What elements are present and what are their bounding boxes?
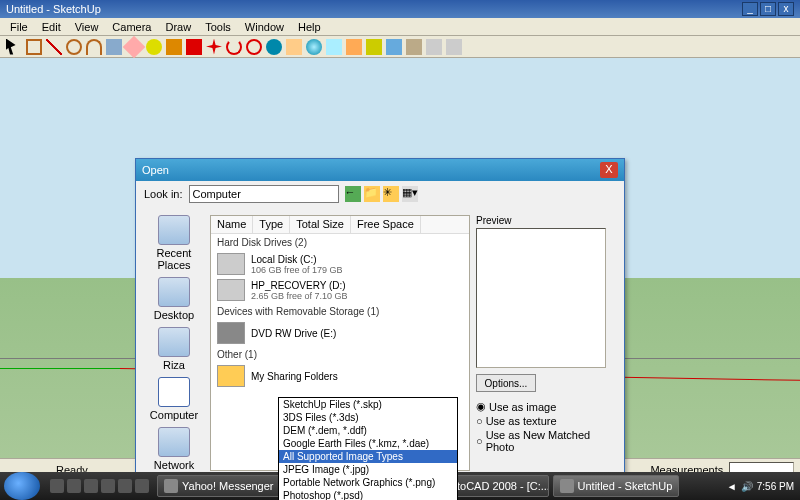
tray-icon[interactable]: ◄ [727,481,737,492]
group-hdd: Hard Disk Drives (2) [211,234,469,251]
place-computer[interactable]: Computer [150,377,198,421]
app-icon [560,479,574,493]
ql-icon[interactable] [50,479,64,493]
line-tool-icon[interactable] [46,39,62,55]
filetype-option-selected[interactable]: All Supported Image Types [279,450,457,463]
hdd-icon [217,279,245,301]
filetype-option[interactable]: JPEG Image (*.jpg) [279,463,457,476]
menu-edit[interactable]: Edit [36,20,67,33]
tool-icon[interactable] [386,39,402,55]
dialog-title: Open [142,164,169,176]
group-other: Other (1) [211,346,469,363]
drive-c[interactable]: Local Disk (C:)106 GB free of 179 GB [211,251,469,277]
select-tool-icon[interactable] [6,39,22,55]
filetype-option[interactable]: 3DS Files (*.3ds) [279,411,457,424]
radio-texture[interactable]: ○Use as texture [476,415,606,427]
menu-file[interactable]: File [4,20,34,33]
up-icon[interactable]: 📁 [364,186,380,202]
place-desktop[interactable]: Desktop [154,277,194,321]
tool-icon[interactable] [346,39,362,55]
rotate-tool-icon[interactable] [226,39,242,55]
pushpull-tool-icon[interactable] [186,39,202,55]
clock[interactable]: 7:56 PM [757,481,794,492]
ql-icon[interactable] [135,479,149,493]
component-tool-icon[interactable] [106,39,122,55]
dialog-titlebar: Open X [136,159,624,181]
move-tool-icon[interactable] [206,39,222,55]
tray-icon[interactable]: 🔊 [741,481,753,492]
ql-icon[interactable] [67,479,81,493]
filetype-option[interactable]: DEM (*.dem, *.ddf) [279,424,457,437]
look-in-combo[interactable] [189,185,339,203]
tool-icon[interactable] [426,39,442,55]
radio-image[interactable]: ◉Use as image [476,400,606,413]
sys-buttons: _ □ x [742,2,794,16]
newfolder-icon[interactable]: ✳ [383,186,399,202]
folder-icon [217,365,245,387]
close-button[interactable]: x [778,2,794,16]
zoom-tool-icon[interactable] [306,39,322,55]
preview-box [476,228,606,368]
paint-tool-icon[interactable] [166,39,182,55]
menu-draw[interactable]: Draw [159,20,197,33]
dialog-close-icon[interactable]: X [600,162,618,178]
menubar: File Edit View Camera Draw Tools Window … [0,18,800,36]
system-tray[interactable]: ◄ 🔊 7:56 PM [721,481,800,492]
ql-icon[interactable] [101,479,115,493]
toolbar [0,36,800,58]
arc-tool-icon[interactable] [86,39,102,55]
menu-camera[interactable]: Camera [106,20,157,33]
minimize-button[interactable]: _ [742,2,758,16]
menu-view[interactable]: View [69,20,105,33]
rectangle-tool-icon[interactable] [26,39,42,55]
dvd-icon [217,322,245,344]
window-titlebar: Untitled - SketchUp _ □ x [0,0,800,18]
sharing-folder[interactable]: My Sharing Folders [211,363,469,389]
drive-dvd[interactable]: DVD RW Drive (E:) [211,320,469,346]
menu-help[interactable]: Help [292,20,327,33]
ql-icon[interactable] [84,479,98,493]
pan-tool-icon[interactable] [286,39,302,55]
place-network[interactable]: Network [154,427,194,471]
filetype-dropdown[interactable]: SketchUp Files (*.skp) 3DS Files (*.3ds)… [278,397,458,500]
menu-window[interactable]: Window [239,20,290,33]
tool-icon[interactable] [446,39,462,55]
green-axis [0,368,120,369]
zoom-extents-tool-icon[interactable] [326,39,342,55]
eraser-tool-icon[interactable] [123,35,146,58]
hdd-icon [217,253,245,275]
group-removable: Devices with Removable Storage (1) [211,303,469,320]
options-button[interactable]: Options... [476,374,536,392]
radio-matched[interactable]: ○Use as New Matched Photo [476,429,606,453]
tool-icon[interactable] [406,39,422,55]
places-bar: Recent Places Desktop Riza Computer Netw… [144,215,204,471]
menu-tools[interactable]: Tools [199,20,237,33]
maximize-button[interactable]: □ [760,2,776,16]
filetype-option[interactable]: Photoshop (*.psd) [279,489,457,500]
place-recent[interactable]: Recent Places [144,215,204,271]
app-icon [164,479,178,493]
task-yahoo[interactable]: Yahoo! Messenger [157,475,281,497]
filetype-option[interactable]: SketchUp Files (*.skp) [279,398,457,411]
look-in-row: Look in: ← 📁 ✳ ▦▾ [136,181,624,207]
back-icon[interactable]: ← [345,186,361,202]
place-user[interactable]: Riza [158,327,190,371]
tool-icon[interactable] [366,39,382,55]
filetype-option[interactable]: Portable Network Graphics (*.png) [279,476,457,489]
circle-tool-icon[interactable] [66,39,82,55]
task-sketchup[interactable]: Untitled - SketchUp [553,475,680,497]
orbit-tool-icon[interactable] [266,39,282,55]
file-columns: Name Type Total Size Free Space [211,216,469,234]
drive-d[interactable]: HP_RECOVERY (D:)2.65 GB free of 7.10 GB [211,277,469,303]
window-title: Untitled - SketchUp [6,3,101,15]
preview-label: Preview [476,215,606,226]
start-orb-icon[interactable] [4,472,40,500]
quick-launch [50,479,149,493]
look-in-label: Look in: [144,188,183,200]
tape-tool-icon[interactable] [146,39,162,55]
ql-icon[interactable] [118,479,132,493]
filetype-option[interactable]: Google Earth Files (*.kmz, *.dae) [279,437,457,450]
viewmenu-icon[interactable]: ▦▾ [402,186,418,202]
offset-tool-icon[interactable] [246,39,262,55]
preview-pane: Preview Options... ◉Use as image ○Use as… [476,215,606,471]
